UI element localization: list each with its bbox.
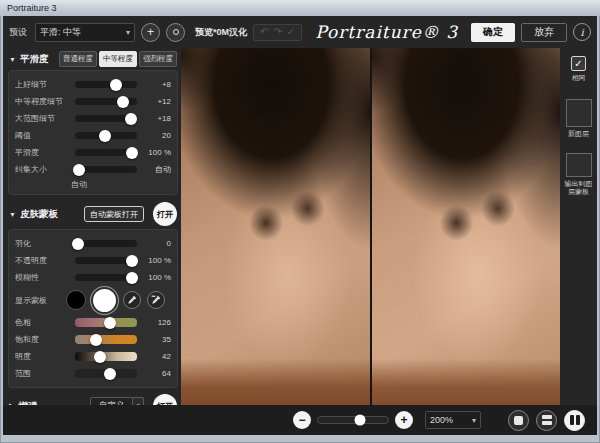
cancel-button[interactable]: 放弃	[521, 23, 567, 42]
fine-detail-slider[interactable]	[75, 81, 137, 88]
slider-value: +12	[141, 97, 171, 106]
slider-knob[interactable]	[104, 317, 116, 329]
slider-knob[interactable]	[126, 255, 138, 267]
threshold-slider[interactable]	[75, 132, 137, 139]
slider-knob[interactable]	[126, 272, 138, 284]
mask-open-button[interactable]: 打开	[153, 202, 177, 226]
add-preset-button[interactable]: +	[141, 23, 160, 42]
eyedropper-subtract-button[interactable]	[147, 291, 165, 309]
window-titlebar[interactable]: Portraiture 3	[0, 0, 600, 16]
slider-row-fine-detail: 上好细节 +8	[15, 76, 171, 93]
slider-row-opacity: 不透明度 100 %	[15, 252, 171, 269]
mask-color-white-swatch[interactable]	[93, 289, 116, 312]
collapse-icon[interactable]: ▼	[9, 211, 16, 218]
collapse-icon[interactable]: ▼	[9, 56, 16, 63]
slider-knob[interactable]	[126, 147, 138, 159]
slider-row-patch-size: 纠集大小 自动	[15, 161, 171, 178]
slider-knob[interactable]	[110, 79, 122, 91]
preset-value: 平滑: 中等	[40, 26, 122, 39]
slider-label: 羽化	[15, 238, 71, 249]
medium-detail-slider[interactable]	[75, 98, 137, 105]
info-button[interactable]: i	[573, 23, 591, 41]
slider-label: 大范围细节	[15, 113, 71, 124]
zoom-slider-knob[interactable]	[355, 415, 366, 426]
preview-image-before[interactable]	[181, 48, 370, 405]
patch-size-slider[interactable]	[75, 166, 137, 173]
slider-label: 纠集大小	[15, 164, 71, 175]
preview-image-after[interactable]	[372, 48, 561, 405]
smoothing-tabs: 普通程度 中等程度 强烈程度	[59, 51, 177, 67]
luminance-slider[interactable]	[75, 352, 137, 361]
view-horizontal-split-button[interactable]	[536, 410, 557, 431]
apply-check-icon[interactable]: ✓	[287, 27, 295, 37]
slider-knob[interactable]	[94, 351, 106, 363]
smoothing-title: 平滑度	[20, 53, 49, 66]
same-checkbox-label: 相同	[563, 74, 595, 83]
mask-color-black-swatch[interactable]	[66, 290, 86, 310]
preview-toggle-label[interactable]: 预览*0M汉化	[195, 26, 247, 39]
view-vertical-split-button[interactable]	[564, 410, 585, 431]
toolbar: 预设 平滑: 中等 ▾ + 预览*0M汉化 ↶ ↷ ✓ Portraiture®…	[3, 16, 597, 48]
latitude-slider[interactable]	[75, 369, 137, 378]
zoom-slider[interactable]	[317, 416, 389, 424]
slider-knob[interactable]	[90, 334, 102, 346]
slider-label: 范围	[15, 368, 71, 379]
slider-label: 中等程度细节	[15, 96, 71, 107]
same-checkbox[interactable]: ✓	[571, 56, 586, 71]
slider-knob[interactable]	[72, 238, 84, 250]
slider-value: 0	[141, 239, 171, 248]
new-layer-label: 新图层	[563, 130, 595, 139]
new-layer-thumbnail[interactable]	[566, 99, 592, 127]
auto-mask-button[interactable]: 自动蒙板打开	[84, 206, 144, 222]
view-single-button[interactable]	[508, 410, 529, 431]
app-window: Portraiture 3 预设 平滑: 中等 ▾ + 预览*0M汉化 ↶ ↷ …	[0, 0, 600, 443]
slider-value: 100 %	[141, 256, 171, 265]
zoom-out-button[interactable]: −	[293, 411, 311, 429]
zoom-level-value: 200%	[430, 415, 468, 425]
output-mask-thumbnail[interactable]	[566, 153, 592, 177]
zoom-level-dropdown[interactable]: 200% ▾	[425, 411, 481, 429]
tab-strong[interactable]: 强烈程度	[139, 51, 177, 67]
opacity-slider[interactable]	[75, 257, 137, 264]
redo-icon[interactable]: ↷	[273, 27, 281, 37]
slider-row-large-detail: 大范围细节 +18	[15, 110, 171, 127]
right-panel: ✓ 相同 新图层 输出到图层蒙板	[560, 48, 597, 405]
preset-dropdown[interactable]: 平滑: 中等 ▾	[35, 23, 135, 42]
eyedropper-minus-icon	[151, 295, 161, 305]
vertical-split-icon	[570, 415, 580, 425]
slider-row-smoothness: 平滑度 100 %	[15, 144, 171, 161]
slider-label: 明度	[15, 351, 71, 362]
slider-label: 色相	[15, 317, 71, 328]
slider-row-medium-detail: 中等程度细节 +12	[15, 93, 171, 110]
slider-value: 126	[141, 318, 171, 327]
tab-normal[interactable]: 普通程度	[59, 51, 97, 67]
smoothness-slider[interactable]	[75, 149, 137, 156]
view-mode-buttons	[508, 410, 585, 431]
undo-icon[interactable]: ↶	[260, 27, 268, 37]
slider-knob[interactable]	[117, 96, 129, 108]
slider-row-fuzziness: 模糊性 100 %	[15, 269, 171, 286]
slider-label: 不透明度	[15, 255, 71, 266]
large-detail-slider[interactable]	[75, 115, 137, 122]
saturation-slider[interactable]	[75, 335, 137, 344]
zoom-in-button[interactable]: +	[395, 411, 413, 429]
eyedropper-add-button[interactable]	[123, 291, 141, 309]
slider-row-hue: 色相 126	[15, 314, 171, 331]
slider-label: 阈值	[15, 130, 71, 141]
slider-knob[interactable]	[99, 130, 111, 142]
hue-slider[interactable]	[75, 318, 137, 327]
show-mask-label: 显示蒙板	[15, 295, 66, 306]
tab-medium[interactable]: 中等程度	[99, 51, 137, 67]
slider-value: 42	[141, 352, 171, 361]
slider-label: 模糊性	[15, 272, 71, 283]
slider-value: +8	[141, 80, 171, 89]
feather-slider[interactable]	[75, 240, 137, 247]
settings-button[interactable]	[166, 23, 185, 42]
slider-knob[interactable]	[125, 113, 137, 125]
slider-knob[interactable]	[73, 164, 85, 176]
ok-button[interactable]: 确定	[471, 23, 515, 42]
slider-row-luminance: 明度 42	[15, 348, 171, 365]
show-mask-row: 显示蒙板	[15, 286, 171, 314]
slider-knob[interactable]	[104, 368, 116, 380]
fuzziness-slider[interactable]	[75, 274, 137, 281]
